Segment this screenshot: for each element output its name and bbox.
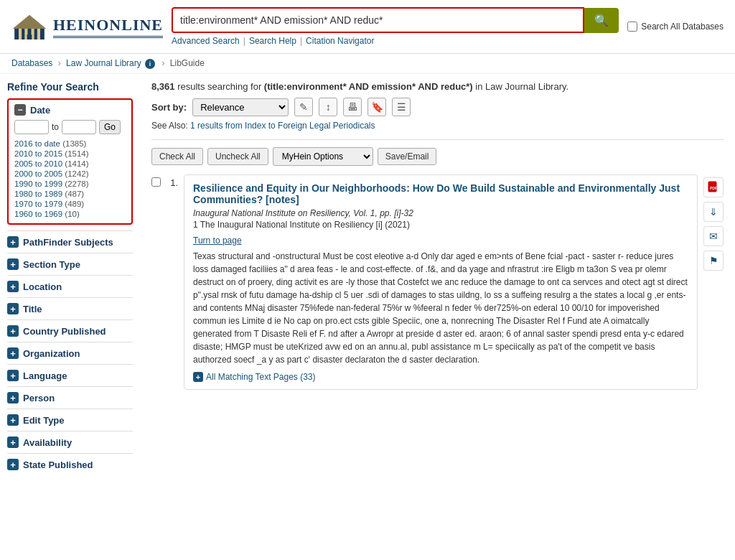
result-pub: 1 The Inaugural National Institute on Re… — [193, 220, 688, 230]
search-help-link[interactable]: Search Help — [249, 36, 296, 46]
sidebar-filter-organization[interactable]: +Organization — [7, 342, 133, 364]
filter-label: Edit Type — [23, 415, 65, 426]
sidebar-filters: +PathFinder Subjects+Section Type+Locati… — [7, 230, 133, 475]
sidebar-filter-title[interactable]: +Title — [7, 297, 133, 319]
result-number: 1. — [164, 177, 178, 188]
breadcrumb-sep2: › — [161, 58, 167, 68]
date-collapse-button[interactable]: − — [14, 104, 26, 116]
result-checkbox[interactable] — [151, 177, 161, 187]
citation-navigator-link[interactable]: Citation Navigator — [306, 36, 374, 46]
results-header: 8,361 results searching for (title:envir… — [151, 81, 724, 131]
filter-plus-icon: + — [7, 236, 19, 248]
date-range-item[interactable]: 1980 to 1989 (487) — [14, 189, 126, 199]
list-icon[interactable]: ☰ — [392, 98, 411, 116]
filter-plus-icon: + — [7, 281, 19, 292]
search-area: 🔍 Advanced Search | Search Help | Citati… — [172, 7, 619, 46]
print-icon[interactable]: 🖶 — [343, 98, 362, 116]
filter-plus-icon: + — [7, 437, 19, 448]
date-count: (1242) — [65, 169, 88, 178]
sidebar-filter-edit-type[interactable]: +Edit Type — [7, 409, 133, 431]
date-to-input[interactable] — [62, 120, 96, 134]
download-icon[interactable]: ⇓ — [703, 202, 724, 222]
divider1 — [151, 139, 724, 140]
date-range-item[interactable]: 1960 to 1969 (10) — [14, 209, 126, 219]
see-also: See Also: 1 results from Index to Foreig… — [151, 121, 724, 131]
results-summary: 8,361 results searching for (title:envir… — [151, 81, 724, 92]
breadcrumb: Databases › Law Journal Library i › LibG… — [0, 54, 735, 74]
results-library: Law Journal Library — [485, 81, 566, 92]
sidebar-filter-language[interactable]: +Language — [7, 364, 133, 386]
filter-label: Country Published — [23, 326, 106, 337]
breadcrumb-sep1: › — [58, 58, 63, 68]
results-count: 8,361 — [151, 81, 175, 92]
sidebar-filter-country-published[interactable]: +Country Published — [7, 319, 133, 342]
result-matching-link[interactable]: + All Matching Text Pages (33) — [193, 372, 688, 382]
sidebar-title: Refine Your Search — [7, 81, 133, 93]
date-count: (1414) — [65, 159, 88, 168]
date-range-item[interactable]: 2000 to 2005 (1242) — [14, 169, 126, 179]
date-range-item[interactable]: 2016 to date (1385) — [14, 139, 126, 149]
save-email-button[interactable]: Save/Email — [378, 148, 437, 165]
advanced-search-link[interactable]: Advanced Search — [172, 36, 240, 46]
filter-label: Section Type — [23, 259, 80, 270]
date-range-item[interactable]: 2010 to 2015 (1514) — [14, 149, 126, 159]
breadcrumb-law-journal[interactable]: Law Journal Library — [66, 58, 141, 68]
filter-label: State Published — [23, 459, 93, 470]
check-all-button[interactable]: Check All — [151, 148, 203, 165]
filter-label: Title — [23, 304, 42, 314]
matching-plus-icon: + — [193, 372, 203, 382]
myhein-select[interactable]: MyHein Options — [273, 147, 373, 166]
search-all-wrap: Search All Databases — [627, 22, 724, 32]
breadcrumb-databases[interactable]: Databases — [11, 58, 52, 68]
sidebar-filter-location[interactable]: +Location — [7, 275, 133, 297]
filter-plus-icon: + — [7, 392, 19, 403]
filter-label: Availability — [23, 437, 72, 448]
filter-plus-icon: + — [7, 347, 19, 359]
pdf-svg: PDF — [707, 181, 720, 194]
date-filter-header: − Date — [14, 104, 126, 116]
search-all-checkbox[interactable] — [627, 22, 637, 32]
sidebar-filter-section-type[interactable]: +Section Type — [7, 253, 133, 275]
filter-plus-icon: + — [7, 303, 19, 314]
action-buttons: Check All Uncheck All MyHein Options Sav… — [151, 147, 724, 166]
svg-rect-5 — [37, 29, 40, 39]
results-query: (title:environment* AND emission* AND re… — [264, 81, 473, 92]
results-summary-text: results searching for — [177, 81, 264, 92]
date-count: (489) — [65, 200, 84, 208]
search-button[interactable]: 🔍 — [584, 8, 619, 33]
content: 8,361 results searching for (title:envir… — [140, 81, 735, 475]
sort-label: Sort by: — [151, 102, 187, 113]
result-title[interactable]: Resilience and Equity in Our Neighborhoo… — [193, 182, 688, 205]
see-also-link[interactable]: 1 results from Index to Foreign Legal Pe… — [190, 121, 375, 131]
date-from-input[interactable] — [14, 120, 49, 134]
date-count: (487) — [65, 190, 84, 198]
date-range-inputs: to Go — [14, 120, 126, 134]
search-bar: 🔍 — [172, 7, 619, 33]
date-range-item[interactable]: 2005 to 2010 (1414) — [14, 159, 126, 169]
bookmark-icon[interactable]: 🔖 — [368, 98, 386, 116]
save-icon[interactable]: ⚑ — [703, 251, 724, 271]
uncheck-all-button[interactable]: Uncheck All — [207, 148, 268, 165]
email-icon[interactable]: ✉ — [703, 226, 724, 246]
date-count: (1514) — [65, 149, 88, 158]
sidebar-filter-availability[interactable]: +Availability — [7, 431, 133, 453]
sidebar-filter-pathfinder-subjects[interactable]: +PathFinder Subjects — [7, 230, 133, 253]
results-library-text: in — [475, 81, 485, 92]
result-item: 1. Resilience and Equity in Our Neighbor… — [151, 174, 724, 390]
sidebar-filter-person[interactable]: +Person — [7, 386, 133, 409]
pdf-icon[interactable]: PDF — [703, 177, 724, 197]
date-range-item[interactable]: 1990 to 1999 (2278) — [14, 179, 126, 189]
edit-icon[interactable]: ✎ — [294, 98, 313, 116]
sort-select[interactable]: Relevance Date Ascending Date Descending… — [192, 98, 289, 116]
result-actions: PDF ⇓ ✉ ⚑ — [703, 174, 724, 271]
sidebar-filter-state-published[interactable]: +State Published — [7, 453, 133, 475]
date-go-button[interactable]: Go — [99, 120, 121, 134]
result-turn-to-page-link[interactable]: Turn to page — [193, 235, 688, 246]
result-matching: + All Matching Text Pages (33) — [193, 372, 688, 382]
search-icon: 🔍 — [594, 14, 609, 27]
sort-asc-icon[interactable]: ↕ — [319, 98, 337, 116]
result-checkbox-area: 1. — [151, 174, 178, 188]
date-range-item[interactable]: 1970 to 1979 (489) — [14, 199, 126, 209]
filter-label: Language — [23, 370, 67, 381]
search-input[interactable] — [173, 9, 583, 32]
